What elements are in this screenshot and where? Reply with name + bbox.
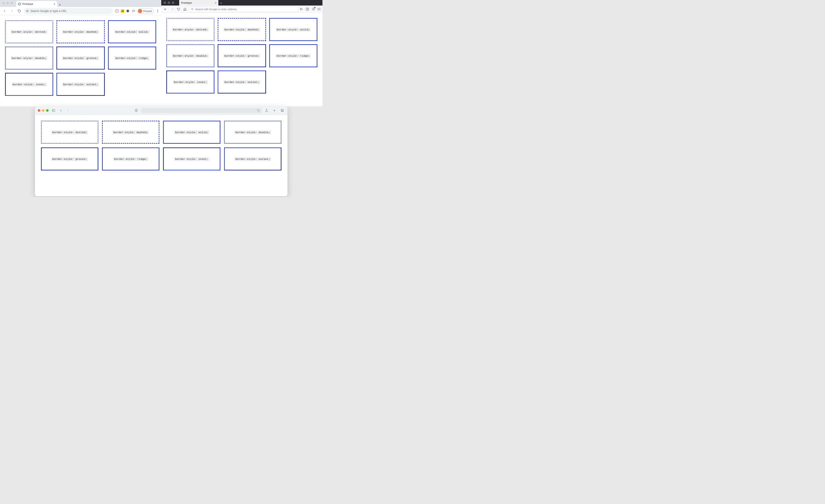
forward-button[interactable] [169,8,174,11]
demo-box-inset: border-style: inset; [5,73,53,96]
page-content: border-style: dotted; border-style: dash… [35,115,287,176]
demo-box-groove: border-style: groove; [57,47,104,70]
demo-box-outset: border-style: outset; [218,70,266,93]
close-icon[interactable] [38,109,40,112]
notification-dot-icon [314,7,315,8]
toolbar-icons: i JS Paused [115,8,159,14]
safari-toolbar [35,106,287,115]
code-label: border-style: solid; [174,130,209,134]
home-button[interactable] [182,8,188,11]
chrome-browser-window: Prototype × + G Search Google or type a … [0,0,161,106]
code-label: border-style: dotted; [11,30,48,34]
window-controls [38,109,49,112]
forward-button[interactable] [66,109,71,112]
reload-button[interactable] [17,9,22,13]
demo-box-ridge: border-style: ridge; [108,47,156,70]
code-label: border-style: ridge; [113,157,148,161]
sidebar-icon[interactable] [305,7,309,11]
new-tab-button[interactable]: + [57,3,63,7]
kebab-menu-icon[interactable] [156,9,159,12]
zoom-icon[interactable] [11,2,13,4]
reading-list-icon[interactable] [132,9,135,13]
close-tab-icon[interactable]: × [54,2,55,6]
js-extension-icon[interactable]: JS [121,9,124,13]
back-button[interactable] [2,9,7,13]
shield-icon[interactable] [134,109,139,112]
info-icon[interactable]: i [115,9,119,13]
minimize-icon[interactable] [168,1,170,4]
minimize-icon[interactable] [42,109,45,112]
demo-box-double: border-style: double; [166,44,214,67]
zoom-icon[interactable] [46,109,49,112]
code-label: border-style: dashed; [223,28,260,31]
code-label: border-style: outset; [223,80,260,84]
code-label: border-style: inset; [173,80,208,84]
address-bar[interactable]: Search with Google or enter address [189,6,298,12]
new-tab-button[interactable]: + [218,0,224,6]
code-label: border-style: inset; [12,82,47,86]
page-content: border-style: dotted; border-style: dash… [0,15,161,101]
google-logo-icon: G [26,9,28,13]
svg-rect-5 [282,110,283,112]
reload-button[interactable] [176,8,181,11]
demo-box-dotted: border-style: dotted; [5,20,53,43]
code-label: border-style: groove; [51,157,88,161]
minimize-icon[interactable] [6,2,9,4]
share-icon[interactable] [264,109,269,112]
demo-box-double: border-style: double; [224,121,282,144]
tab-title: Prototype [22,3,52,5]
code-label: border-style: groove; [223,54,260,58]
chrome-tab-strip: Prototype × + [0,0,161,7]
demo-box-outset: border-style: outset; [57,73,104,96]
close-tab-icon[interactable]: × [215,1,217,5]
code-label: border-style: dotted; [51,130,88,134]
code-label: border-style: ridge; [115,56,149,60]
tab-title: Prototype [181,1,215,4]
extensions-icon[interactable] [126,9,130,13]
firefox-toolbar: Search with Google or enter address [161,6,322,13]
svg-rect-1 [306,8,308,10]
hamburger-menu-icon[interactable] [317,8,321,10]
account-icon[interactable] [311,7,315,11]
address-bar[interactable] [141,108,261,113]
search-icon [191,8,194,11]
demo-box-ridge: border-style: ridge; [102,147,159,170]
browser-tab[interactable]: Prototype × [16,1,57,7]
demo-box-dashed: border-style: dashed; [57,20,104,43]
tabs-overview-icon[interactable] [280,109,285,112]
new-tab-button[interactable] [272,109,277,112]
back-button[interactable] [163,8,168,11]
zoom-icon[interactable] [172,1,174,4]
demo-box-inset: border-style: inset; [166,70,214,93]
sidebar-toggle-icon[interactable] [51,109,56,112]
window-controls [2,2,13,4]
address-bar[interactable]: G Search Google or type a URL [24,8,113,14]
demo-box-dashed: border-style: dashed; [102,121,159,144]
demo-box-ridge: border-style: ridge; [269,44,317,67]
globe-icon [18,3,21,6]
code-label: border-style: double; [172,54,209,58]
code-label: border-style: inset; [174,157,209,161]
demo-box-solid: border-style: solid; [163,121,220,144]
profile-paused-chip[interactable]: Paused [137,8,154,14]
address-placeholder: Search Google or type a URL [30,9,67,13]
demo-box-solid: border-style: solid; [108,20,156,43]
demo-box-dotted: border-style: dotted; [166,18,214,41]
svg-point-0 [192,8,193,10]
library-icon[interactable] [299,7,303,11]
demo-box-solid: border-style: solid; [269,18,317,41]
browser-tab[interactable]: Prototype × [179,0,218,6]
reload-icon[interactable] [257,109,260,112]
firefox-browser-window: Prototype × + Search with Google or ente… [161,0,322,106]
code-label: border-style: double; [11,56,48,60]
demo-box-double: border-style: double; [5,47,53,70]
forward-button[interactable] [9,9,14,13]
address-placeholder: Search with Google or enter address [195,8,236,11]
back-button[interactable] [58,109,63,112]
demo-box-dashed: border-style: dashed; [218,18,266,41]
close-icon[interactable] [163,1,166,4]
code-label: border-style: outset; [62,82,99,86]
code-label: border-style: double; [234,130,271,134]
chrome-toolbar: G Search Google or type a URL i JS Pause… [0,7,161,15]
close-icon[interactable] [2,2,5,4]
